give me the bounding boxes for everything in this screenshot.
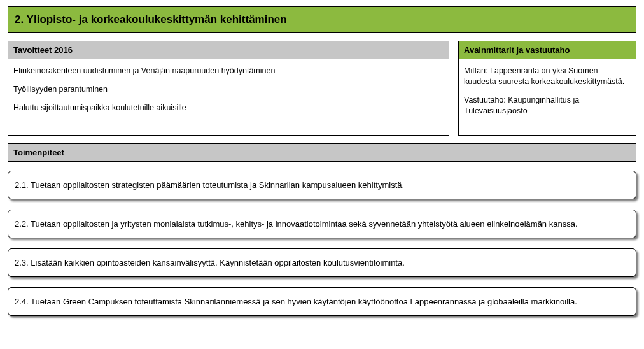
action-item: 2.2. Tuetaan oppilaitosten ja yritysten … bbox=[8, 210, 636, 238]
goal-item: Työllisyyden parantuminen bbox=[13, 84, 444, 95]
metrics-content: Mittari: Lappeenranta on yksi Suomen kuu… bbox=[458, 59, 636, 136]
action-item: 2.4. Tuetaan Green Campuksen toteuttamis… bbox=[8, 287, 636, 316]
goals-content: Elinkeinorakenteen uudistuminen ja Venäj… bbox=[8, 59, 449, 136]
section-title: 2. Yliopisto- ja korkeakoulukeskittymän … bbox=[8, 6, 636, 33]
metric-item: Vastuutaho: Kaupunginhallitus ja Tulevai… bbox=[464, 95, 631, 117]
metrics-column: Avainmittarit ja vastuutaho Mittari: Lap… bbox=[458, 41, 636, 136]
actions-header: Toimenpiteet bbox=[8, 143, 636, 162]
goal-item: Elinkeinorakenteen uudistuminen ja Venäj… bbox=[13, 66, 444, 76]
metric-item: Mittari: Lappeenranta on yksi Suomen kuu… bbox=[464, 66, 631, 87]
top-row: Tavoitteet 2016 Elinkeinorakenteen uudis… bbox=[8, 41, 636, 136]
action-item: 2.1. Tuetaan oppilaitosten strategisten … bbox=[8, 171, 636, 199]
goal-item: Haluttu sijoittautumispaikka koulutetuil… bbox=[13, 103, 444, 113]
goals-header: Tavoitteet 2016 bbox=[8, 41, 449, 59]
action-item: 2.3. Lisätään kaikkien opintoasteiden ka… bbox=[8, 248, 636, 277]
metrics-header: Avainmittarit ja vastuutaho bbox=[458, 41, 636, 59]
goals-column: Tavoitteet 2016 Elinkeinorakenteen uudis… bbox=[8, 41, 449, 136]
